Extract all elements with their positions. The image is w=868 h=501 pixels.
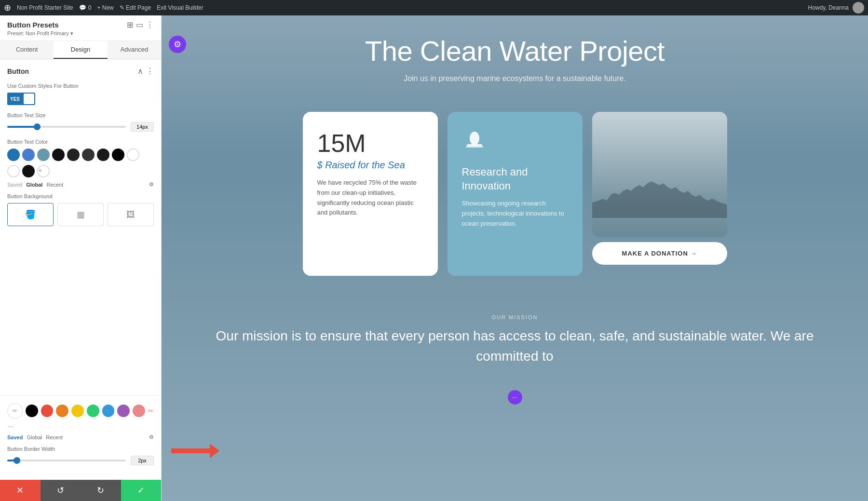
color-swatch-teal[interactable]: [37, 149, 50, 161]
hero-section: The Clean Water Project Join us in prese…: [162, 15, 868, 112]
palette-recent-label[interactable]: Recent: [46, 434, 63, 440]
custom-styles-toggle[interactable]: YES: [7, 93, 35, 105]
text-size-value[interactable]: 14px: [131, 122, 154, 132]
color-swatch-dark[interactable]: [22, 165, 35, 177]
text-color-label: Button Text Color: [7, 139, 154, 145]
bg-color-icon: 🪣: [25, 209, 36, 220]
redo-button[interactable]: ↻: [81, 480, 121, 501]
card-stat-text: We have recycled 75% of the waste from o…: [317, 178, 423, 218]
tab-content[interactable]: Content: [0, 41, 54, 59]
wp-logo-icon[interactable]: ⊕: [4, 2, 11, 13]
text-size-track: [7, 126, 126, 128]
photo-image: [592, 112, 727, 237]
color-swatch-black2[interactable]: [67, 149, 80, 161]
color-swatch-black4[interactable]: [97, 149, 109, 161]
color-swatch-white[interactable]: [127, 149, 139, 161]
color-global-label[interactable]: Global: [26, 182, 42, 188]
palette-red[interactable]: [41, 405, 54, 417]
site-name-link[interactable]: Non Profit Starter Site: [17, 4, 73, 11]
palette-green[interactable]: [87, 405, 99, 417]
user-avatar: [853, 2, 864, 14]
section-collapse-icon[interactable]: ∧: [137, 67, 143, 76]
preset-label[interactable]: Preset: Non Profit Primary ▾: [7, 30, 154, 37]
border-width-slider-row: 2px: [7, 456, 154, 465]
border-width-thumb[interactable]: [14, 457, 20, 464]
donation-button-label: MAKE A DONATION →: [622, 250, 697, 257]
panel-menu-icon[interactable]: ⋮: [146, 20, 154, 29]
color-swatches-row: [7, 149, 154, 161]
card-stat-label: $ Raised for the Sea: [317, 160, 423, 171]
color-meta-row: Saved Global Recent ⚙: [7, 181, 154, 188]
save-button[interactable]: ✓: [121, 480, 162, 501]
undo-icon: ↺: [57, 485, 64, 496]
button-section-title: Button: [7, 68, 29, 75]
cards-row: 15M $ Raised for the Sea We have recycle…: [162, 112, 868, 295]
palette-blue[interactable]: [102, 405, 115, 417]
new-post-link[interactable]: + New: [97, 4, 113, 11]
color-recent-label[interactable]: Recent: [46, 182, 63, 188]
panel-tabs: Content Design Advanced: [0, 41, 161, 59]
palette-settings-icon[interactable]: ⚙: [149, 434, 154, 440]
red-arrow-indicator: [171, 442, 219, 462]
panel-expand-icon[interactable]: ⊞: [127, 20, 133, 29]
color-saved-label[interactable]: Saved: [7, 182, 22, 188]
svg-point-0: [470, 132, 479, 145]
tab-advanced[interactable]: Advanced: [108, 41, 161, 59]
stat-card: 15M $ Raised for the Sea We have recycle…: [303, 112, 438, 276]
text-size-thumb[interactable]: [34, 123, 41, 130]
toggle-handle: [24, 94, 34, 104]
color-swatch-black3[interactable]: [82, 149, 95, 161]
tab-design[interactable]: Design: [54, 41, 107, 59]
research-card: Research and Innovation Showcasing ongoi…: [448, 112, 583, 276]
panel-layout-icon[interactable]: ▭: [136, 20, 143, 29]
palette-global-label[interactable]: Global: [27, 434, 42, 440]
close-button[interactable]: ✕: [0, 480, 41, 501]
undo-button[interactable]: ↺: [41, 480, 81, 501]
divi-float-icon: ⚙: [174, 39, 181, 50]
hero-subtitle: Join us in preserving marine ecosystems …: [171, 74, 858, 83]
color-swatch-white2[interactable]: [7, 165, 20, 177]
admin-topbar: ⊕ Non Profit Starter Site 💬 0 + New ✎ Ed…: [0, 0, 868, 15]
color-swatch-blue-active[interactable]: [7, 149, 20, 161]
custom-styles-toggle-row: YES: [7, 93, 154, 105]
color-swatch-black5[interactable]: [112, 149, 124, 161]
text-size-fill: [7, 126, 37, 128]
palette-edit-icon[interactable]: ✏: [148, 407, 154, 415]
exit-builder-link[interactable]: Exit Visual Builder: [157, 4, 203, 11]
palette-yellow[interactable]: [71, 405, 84, 417]
bg-image-option[interactable]: 🖼: [108, 203, 154, 226]
palette-black[interactable]: [26, 405, 38, 417]
palette-pink[interactable]: [133, 405, 145, 417]
settings-panel: Button Presets ⊞ ▭ ⋮ Preset: Non Profit …: [0, 15, 162, 501]
research-card-text: Showcasing ongoing research projects, te…: [462, 199, 568, 229]
color-settings-icon[interactable]: ⚙: [149, 181, 154, 188]
button-section-header: Button ∧ ⋮: [7, 67, 154, 76]
card-stat-value: 15M: [317, 129, 423, 158]
research-card-title: Research and Innovation: [462, 165, 568, 193]
divi-float-button[interactable]: ⚙: [169, 36, 186, 53]
water-drop-icon: [462, 129, 568, 158]
palette-pencil-icon[interactable]: ✏: [7, 403, 23, 419]
border-width-value[interactable]: 2px: [131, 456, 154, 465]
border-width-track: [7, 460, 126, 461]
chat-bubble[interactable]: ···: [508, 390, 522, 405]
color-swatch-black1[interactable]: [52, 149, 65, 161]
palette-purple[interactable]: [117, 405, 130, 417]
bg-color-option[interactable]: 🪣: [7, 203, 54, 226]
color-swatch-blue2[interactable]: [22, 149, 35, 161]
palette-row: ✏ ✏: [7, 403, 154, 419]
edit-page-link[interactable]: ✎ Edit Page: [120, 4, 151, 11]
bottom-toolbar: ✕ ↺ ↻ ✓: [0, 480, 161, 501]
palette-saved-label[interactable]: Saved: [7, 434, 23, 440]
palette-dots-icon[interactable]: ···: [7, 422, 14, 431]
bg-gradient-option[interactable]: ▦: [57, 203, 104, 226]
comments-link[interactable]: 💬 0: [79, 4, 92, 11]
custom-styles-label: Use Custom Styles For Button: [7, 83, 154, 89]
palette-orange[interactable]: [56, 405, 68, 417]
photo-card: MAKE A DONATION →: [592, 112, 727, 265]
section-options-icon[interactable]: ⋮: [146, 67, 154, 76]
panel-header: Button Presets ⊞ ▭ ⋮ Preset: Non Profit …: [0, 15, 161, 41]
svg-marker-3: [171, 444, 219, 458]
donation-button[interactable]: MAKE A DONATION →: [592, 242, 727, 265]
color-swatch-add[interactable]: +: [37, 165, 50, 177]
